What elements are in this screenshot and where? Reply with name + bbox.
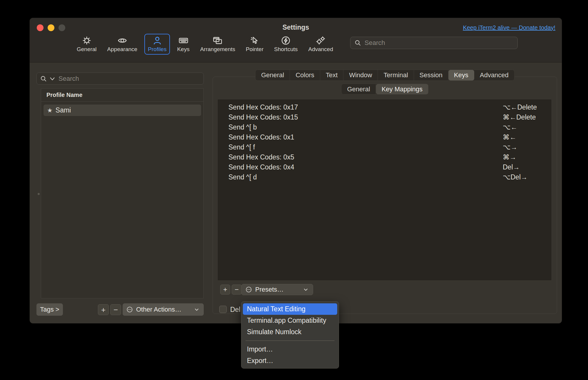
mapping-action: Send Hex Codes: 0x17 (228, 103, 503, 111)
toolbar-item-keys[interactable]: Keys (173, 34, 193, 55)
mapping-action: Send Hex Codes: 0x1 (228, 133, 503, 141)
toolbar-label: Keys (177, 46, 189, 53)
menu-separator (245, 340, 335, 341)
toolbar-item-appearance[interactable]: Appearance (104, 34, 141, 55)
splitter-handle[interactable] (38, 193, 40, 195)
toolbar-search-field[interactable] (350, 37, 518, 49)
other-actions-label: Other Actions… (136, 306, 190, 313)
key-mappings-table: Send Hex Codes: 0x17 ⌥←Delete Send Hex C… (218, 100, 551, 280)
toolbar: General Appearance Profiles Keys (73, 34, 337, 55)
toolbar-item-general[interactable]: General (73, 34, 100, 55)
toolbar-search-input[interactable] (365, 39, 514, 47)
toolbar-item-advanced[interactable]: Advanced (305, 34, 337, 55)
search-icon (40, 75, 47, 83)
tags-button[interactable]: Tags > (36, 303, 63, 316)
remove-mapping-button[interactable]: − (232, 285, 242, 295)
search-icon (354, 39, 362, 47)
gears-icon (316, 36, 326, 46)
mapping-action: Send Hex Codes: 0x15 (228, 113, 503, 121)
person-icon (152, 36, 162, 46)
subtab-key-mappings[interactable]: Key Mappings (376, 84, 428, 94)
profile-list: Profile Name ★ Sami (41, 88, 204, 298)
mapping-keystroke: ⌥→ (503, 143, 551, 151)
mapping-row[interactable]: Send ^[ f ⌥→ (218, 142, 551, 152)
profile-row-sami[interactable]: ★ Sami (44, 105, 201, 116)
window-chrome: Settings Keep iTerm2 alive — Donate toda… (30, 18, 562, 63)
profiles-search-field[interactable] (36, 73, 204, 85)
mapping-row[interactable]: Send ^[ b ⌥← (218, 122, 551, 132)
delete-sends-checkbox[interactable] (219, 306, 227, 313)
tab-window[interactable]: Window (343, 70, 378, 80)
mapping-keystroke: ⌘→ (503, 153, 551, 161)
tab-general[interactable]: General (255, 70, 290, 80)
presets-label: Presets… (255, 286, 299, 293)
mapping-keystroke: ⌥←Delete (503, 103, 551, 111)
tab-session[interactable]: Session (414, 70, 448, 80)
profile-name-label: Sami (56, 106, 71, 114)
mapping-row[interactable]: Send Hex Codes: 0x17 ⌥←Delete (218, 102, 551, 112)
lightning-icon (281, 36, 291, 46)
menu-item-export[interactable]: Export… (243, 355, 337, 366)
profiles-search-input[interactable] (59, 75, 201, 83)
chevron-down-icon (49, 75, 56, 83)
mapping-action: Send ^[ f (228, 143, 503, 151)
mapping-row[interactable]: Send Hex Codes: 0x1 ⌘← (218, 132, 551, 142)
toolbar-label: Shortcuts (274, 46, 298, 53)
ellipsis-circle-icon (126, 306, 133, 313)
add-profile-button[interactable]: + (98, 304, 109, 315)
presets-menu: Natural Text Editing Terminal.app Compat… (241, 301, 339, 369)
mapping-action: Send Hex Codes: 0x4 (228, 163, 503, 171)
add-mapping-button[interactable]: + (220, 285, 230, 295)
toolbar-label: Appearance (107, 46, 137, 53)
chevron-down-icon (193, 306, 200, 313)
star-icon: ★ (47, 107, 53, 114)
mapping-action: Send ^[ d (228, 173, 503, 181)
settings-window: Settings Keep iTerm2 alive — Donate toda… (29, 18, 562, 324)
eye-icon (117, 36, 127, 46)
toolbar-label: Pointer (246, 46, 263, 53)
tab-advanced[interactable]: Advanced (474, 70, 514, 80)
mapping-row[interactable]: Send Hex Codes: 0x4 Del→ (218, 162, 551, 172)
mapping-row[interactable]: Send Hex Codes: 0x5 ⌘→ (218, 152, 551, 162)
profile-list-header: Profile Name (41, 89, 203, 102)
desktop: { "window": { "title": "Settings", "dona… (0, 0, 588, 380)
menu-item-natural-text-editing[interactable]: Natural Text Editing (243, 303, 337, 315)
mapping-action: Send Hex Codes: 0x5 (228, 153, 503, 161)
tab-text[interactable]: Text (320, 70, 343, 80)
toolbar-item-shortcuts[interactable]: Shortcuts (270, 34, 301, 55)
tab-keys[interactable]: Keys (448, 70, 474, 80)
chevron-down-icon (302, 286, 309, 293)
subtab-general[interactable]: General (342, 84, 376, 94)
toolbar-item-arrangements[interactable]: Arrangements (197, 34, 239, 55)
mapping-row[interactable]: Send Hex Codes: 0x15 ⌘←Delete (218, 112, 551, 122)
menu-item-simulate-numlock[interactable]: Simulate Numlock (243, 326, 337, 338)
gear-icon (82, 36, 92, 46)
windows-icon (213, 36, 223, 46)
tab-terminal[interactable]: Terminal (378, 70, 414, 80)
menu-item-import[interactable]: Import… (243, 344, 337, 355)
toolbar-item-pointer[interactable]: Pointer (242, 34, 267, 55)
presets-dropdown[interactable]: Presets… (241, 284, 313, 295)
mapping-keystroke: ⌥Del→ (503, 173, 551, 181)
remove-profile-button[interactable]: − (110, 304, 121, 315)
cursor-icon (250, 36, 260, 46)
tab-colors[interactable]: Colors (290, 70, 320, 80)
toolbar-label: Advanced (308, 46, 333, 53)
donate-link[interactable]: Keep iTerm2 alive — Donate today! (463, 24, 555, 31)
delete-sends-label: Del (230, 306, 240, 313)
menu-item-terminal-app-compatibility[interactable]: Terminal.app Compatibility (243, 315, 337, 326)
mapping-action: Send ^[ b (228, 123, 503, 131)
toolbar-label: Profiles (148, 46, 166, 53)
toolbar-item-profiles[interactable]: Profiles (144, 34, 170, 55)
keys-subtab-bar: General Key Mappings (341, 84, 429, 95)
mapping-keystroke: ⌥← (503, 123, 551, 131)
keyboard-icon (178, 36, 188, 46)
mapping-keystroke: Del→ (503, 163, 551, 171)
mapping-row[interactable]: Send ^[ d ⌥Del→ (218, 172, 551, 182)
other-actions-dropdown[interactable]: Other Actions… (123, 303, 204, 316)
mapping-keystroke: ⌘← (503, 133, 551, 141)
profile-tab-bar: General Colors Text Window Terminal Sess… (255, 70, 514, 81)
ellipsis-circle-icon (245, 286, 252, 293)
mapping-keystroke: ⌘←Delete (503, 113, 551, 121)
toolbar-label: General (77, 46, 97, 53)
